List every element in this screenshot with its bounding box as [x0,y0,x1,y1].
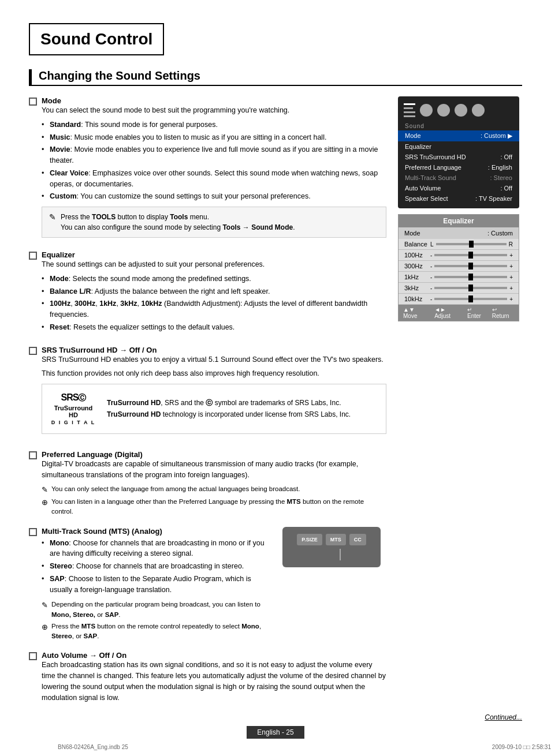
note-icon: ✎ [49,212,56,222]
eq-title: Equalizer [42,250,386,259]
eq-row-10khz: 10kHz - + [399,294,519,305]
lang-note1: ✎ You can only select the language from … [42,484,386,496]
eq-balance-label: Balance [404,241,430,248]
tv-menu-row-mode: Mode : Custom ▶ [398,130,519,141]
srs-section: SRS TruSurround HD → Off / On SRS TruSur… [29,346,386,443]
autovol-label: Auto Volume [405,185,441,192]
list-item: Standard: This sound mode is for general… [42,119,386,130]
eq-menu: Equalizer Mode : Custom Balance L R [398,214,519,321]
main-content: Mode You can select the sound mode to be… [29,96,386,714]
eq-balance-slider: L R [430,241,513,248]
speaker-label: Speaker Select [405,195,448,202]
list-item: Reset: Resets the equalizer settings to … [42,322,386,333]
av-title: Auto Volume → Off / On [42,651,386,660]
mode-bullets: Standard: This sound mode is for general… [42,119,386,202]
tv-menu-row-mts: Multi-Track Sound : Stereo [398,173,519,183]
pencil-icon: ✎ [42,484,48,496]
note-line1: Press the TOOLS button to display Tools … [61,212,295,222]
eq-row-300hz: 300Hz - + [399,261,519,272]
tv-menu-header [398,101,519,119]
lang-checkbox [29,451,37,459]
right-panels: Sound Mode : Custom ▶ Equalizer SRS TruS… [398,96,522,714]
srs-intro: SRS TruSurround HD enables you to enjoy … [42,354,386,365]
eq-mode-label: Mode [404,230,420,237]
page-number: English - 25 [247,726,304,739]
mts-btn: MTS [326,534,346,545]
srs-title: SRS TruSurround HD → Off / On [42,346,386,354]
pencil-icon2: ✎ [42,600,48,611]
srs-trademark-text: TruSurround HD, SRS and the ⓒ symbol are… [107,398,351,420]
autovol-value: : Off [500,185,512,192]
mts-title: Multi-Track Sound (MTS) (Analog) [42,527,273,536]
page-title: Sound Control [29,23,164,55]
mts-note1: ✎ Depending on the particular program be… [42,600,273,620]
lang-value: : English [488,164,512,171]
remote-image: P.SIZE MTS CC [282,527,381,567]
doc-left: BN68-02426A_Eng.indb 25 [58,744,128,750]
eq-label: Equalizer [405,143,431,150]
mode-note: ✎ Press the TOOLS button to display Tool… [42,207,386,238]
tv-menu-row-lang: Preferred Language : English [398,162,519,173]
srs-label: SRS TruSurround HD [405,154,466,160]
srs-logo: SRSⒸ TruSurround HD D I G I T A L [50,392,96,425]
list-item: 100Hz, 300Hz, 1kHz, 3kHz, 10kHz (Bandwid… [42,298,386,320]
lang-intro: Digital-TV broadcasts are capable of sim… [42,459,386,481]
tv-menu-row-autovol: Auto Volume : Off [398,183,519,193]
list-item: Clear Voice: Emphasizes voice over other… [42,168,386,190]
eq-intro: The sound settings can be adjusted to su… [42,259,386,270]
doc-right: 2009-09-10 □□ 2:58:31 [492,744,551,750]
mts-checkbox [29,528,37,536]
av-intro: Each broadcasting station has its own si… [42,660,386,703]
multitrack-section: Multi-Track Sound (MTS) (Analog) Mono: C… [29,527,386,643]
mode-title: Mode [42,96,386,105]
mode-label: Mode [405,132,421,140]
section-title: Changing the Sound Settings [29,69,522,86]
list-item: Music: Music mode enables you to listen … [42,132,386,143]
list-item: SAP: Choose to listen to the Separate Au… [42,574,273,596]
eq-menu-title: Equalizer [399,215,519,227]
srs-checkbox [29,347,37,355]
eq-row-1khz: 1kHz - + [399,272,519,283]
list-item: Mode: Selects the sound mode among the p… [42,274,386,285]
mode-section: Mode You can select the sound mode to be… [29,96,386,242]
mts-label: Multi-Track Sound [405,174,456,181]
srs-logo-box: SRSⒸ TruSurround HD D I G I T A L TruSur… [42,384,386,434]
list-item: Movie: Movie mode enables you to experie… [42,144,386,166]
info-icon: ⊕ [42,497,48,508]
preferred-lang-section: Preferred Language (Digital) Digital-TV … [29,450,386,519]
info-icon2: ⊕ [42,622,48,633]
mode-checkbox [29,98,37,106]
list-item: Stereo: Choose for channels that are bro… [42,561,273,572]
mode-intro: You can select the sound mode to best su… [42,105,386,116]
footer-doc-info: BN68-02426A_Eng.indb 25 2009-09-10 □□ 2:… [29,744,551,750]
lang-title: Preferred Language (Digital) [42,450,386,459]
lang-label: Preferred Language [405,164,461,171]
eq-bullets: Mode: Selects the sound mode among the p… [42,274,386,333]
eq-checkbox [29,252,37,260]
continued-label: Continued... [485,713,522,721]
av-checkbox [29,652,37,660]
remote-arrow [340,549,341,560]
mts-note2: ⊕ Press the MTS button on the remote con… [42,622,273,642]
tv-menu-row-speaker: Speaker Select : TV Speaker [398,193,519,204]
lang-note2: ⊕ You can listen in a language other tha… [42,497,386,517]
eq-row-100hz: 100Hz - + [399,250,519,261]
psize-btn: P.SIZE [297,534,322,545]
eq-mode-value: : Custom [487,230,513,237]
cc-btn: CC [349,534,366,545]
page-footer: English - 25 [0,726,551,739]
eq-row-balance: Balance L R [399,239,519,250]
page: Sound Control Changing the Sound Setting… [0,0,551,756]
eq-row-3khz: 3kHz - + [399,283,519,294]
list-item: Mono: Choose for channels that are broad… [42,538,273,560]
eq-footer: ▲▼ Move ◄► Adjust ↵ Enter ↩ Return [399,305,519,321]
list-item: Balance L/R: Adjusts the balance between… [42,286,386,297]
list-item: Custom: You can customize the sound sett… [42,191,386,202]
speaker-value: : TV Speaker [475,195,512,202]
mts-bullets: Mono: Choose for channels that are broad… [42,538,273,596]
auto-volume-section: Auto Volume → Off / On Each broadcasting… [29,651,386,706]
note-line2: You can also configure the sound mode by… [61,222,295,233]
tv-menu-sound-label: Sound [398,122,519,130]
srs-intro2: This function provides not only rich dee… [42,368,386,379]
tv-menu-row-srs: SRS TruSurround HD : Off [398,152,519,162]
